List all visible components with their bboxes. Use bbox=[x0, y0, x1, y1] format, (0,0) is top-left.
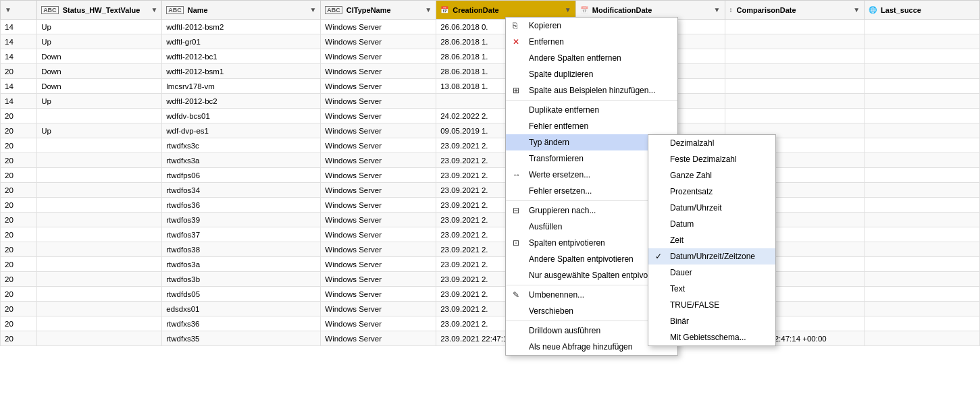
menu-item-remove-errors[interactable]: Fehler entfernen bbox=[506, 118, 677, 134]
filter-icon-creation: ▼ bbox=[565, 6, 571, 13]
menu-item-copy[interactable]: ⎘Kopieren bbox=[506, 18, 677, 34]
cell-last bbox=[865, 109, 980, 123]
type-option-duration[interactable]: Dauer bbox=[648, 265, 775, 281]
col-header-comparison[interactable]: ↕ ComparisonDate ▼ bbox=[725, 1, 865, 20]
type-option-decimal[interactable]: Dezimalzahl bbox=[648, 135, 775, 151]
cell-status bbox=[37, 138, 162, 153]
table-row: 20rtwdfxs3cWindows Server23.09.2021 2. bbox=[1, 138, 980, 153]
cell-status: Up bbox=[37, 20, 162, 34]
cell-citype: Windows Server bbox=[321, 316, 436, 331]
table-row: 20rtwdfxs3aWindows Server23.09.2021 2. bbox=[1, 153, 980, 168]
abc-icon-status: ABC bbox=[41, 6, 59, 14]
filter-icon-comparison: ▼ bbox=[853, 6, 860, 13]
cell-status bbox=[37, 316, 162, 331]
globe-icon-last: 🌐 bbox=[869, 6, 877, 13]
cell-citype: Windows Server bbox=[321, 109, 436, 123]
menu-item-remove-other[interactable]: Andere Spalten entfernen bbox=[506, 50, 677, 66]
main-container: ▼ ABC Status_HW_TextValue ▼ ABC Name ▼ bbox=[0, 0, 980, 417]
menu-item-add-from-examples[interactable]: ⊞Spalte aus Beispielen hinzufügen... bbox=[506, 82, 677, 99]
cell-idx: 20 bbox=[1, 242, 37, 257]
cell-idx: 14 bbox=[1, 20, 37, 34]
col-header-status[interactable]: ABC Status_HW_TextValue ▼ bbox=[37, 1, 162, 20]
cell-last bbox=[865, 242, 980, 257]
menu-item-remove[interactable]: ✕Entfernen bbox=[506, 34, 677, 50]
cell-last bbox=[865, 287, 980, 302]
type-label-date: Datum bbox=[670, 219, 694, 229]
cell-name: wdftl-2012-bc1 bbox=[162, 49, 321, 64]
type-label-datetime: Datum/Uhrzeit bbox=[670, 203, 722, 213]
abc-icon-citype: ABC bbox=[325, 6, 342, 14]
type-option-date[interactable]: Datum bbox=[648, 216, 775, 232]
table-row: 20rtwdfos37Windows Server23.09.2021 2. bbox=[1, 227, 980, 242]
cell-citype: Windows Server bbox=[321, 34, 436, 49]
menu-label-unpivot: Spalten entpivotieren bbox=[529, 238, 605, 248]
context-menu[interactable]: ⎘Kopieren✕EntfernenAndere Spalten entfer… bbox=[505, 17, 678, 356]
cell-status bbox=[37, 109, 162, 123]
cell-status bbox=[37, 227, 162, 242]
type-option-datetime[interactable]: Datum/Uhrzeit bbox=[648, 200, 775, 216]
table-row: 20Upwdf-dvp-es1Windows Server09.05.2019 … bbox=[1, 123, 980, 138]
type-option-binary[interactable]: Binär bbox=[648, 313, 775, 329]
cell-status bbox=[37, 242, 162, 257]
menu-item-duplicate[interactable]: Spalte duplizieren bbox=[506, 66, 677, 82]
table-row: 20edsdxs01Windows Server23.09.2021 2. bbox=[1, 302, 980, 316]
type-option-time[interactable]: Zeit bbox=[648, 232, 775, 248]
cell-status bbox=[37, 331, 162, 346]
type-option-text[interactable]: Text bbox=[648, 281, 775, 297]
cell-idx: 20 bbox=[1, 123, 37, 138]
menu-label-drilldown: Drilldown ausführen bbox=[529, 326, 600, 335]
menu-label-duplicate: Spalte duplizieren bbox=[529, 70, 593, 79]
type-label-duration: Dauer bbox=[670, 268, 692, 277]
cell-citype: Windows Server bbox=[321, 20, 436, 34]
type-option-fixed-decimal[interactable]: Feste Dezimalzahl bbox=[648, 151, 775, 167]
cell-name: rtwdfxs36 bbox=[162, 316, 321, 331]
type-option-datetimezone[interactable]: ✓Datum/Uhrzeit/Zeitzone bbox=[648, 248, 775, 265]
cell-name: rtwdfos3a bbox=[162, 257, 321, 272]
cell-comparison bbox=[725, 34, 865, 49]
type-option-locale[interactable]: Mit Gebietsschema... bbox=[648, 329, 775, 345]
menu-label-remove: Entfernen bbox=[529, 37, 564, 47]
menu-label-replace-values: Werte ersetzen... bbox=[529, 170, 590, 179]
type-label-fixed-decimal: Feste Dezimalzahl bbox=[670, 155, 737, 164]
cell-idx: 20 bbox=[1, 183, 37, 198]
type-label-binary: Binär bbox=[670, 316, 689, 326]
cell-citype: Windows Server bbox=[321, 198, 436, 213]
menu-label-fill: Ausfüllen bbox=[529, 222, 562, 231]
table-row: 20rtwdfos34Windows Server23.09.2021 2. bbox=[1, 183, 980, 198]
cell-idx: 14 bbox=[1, 34, 37, 49]
menu-label-group-by: Gruppieren nach... bbox=[529, 206, 596, 215]
filter-icon-name: ▼ bbox=[309, 6, 316, 13]
menu-item-remove-duplicates[interactable]: Duplikate entfernen bbox=[506, 102, 677, 118]
menu-item-change-type[interactable]: Typ ändern▶DezimalzahlFeste DezimalzahlG… bbox=[506, 134, 677, 150]
cell-name: wdf-dvp-es1 bbox=[162, 123, 321, 138]
cell-idx: 14 bbox=[1, 94, 37, 109]
table-row: 14Upwdftl-gr01Windows Server28.06.2018 1… bbox=[1, 34, 980, 49]
cell-status: Up bbox=[37, 123, 162, 138]
cell-idx: 14 bbox=[1, 79, 37, 94]
separator-after-add-from-examples bbox=[506, 100, 677, 101]
menu-label-new-query: Als neue Abfrage hinzufügen bbox=[529, 342, 632, 352]
cell-status bbox=[37, 257, 162, 272]
type-option-integer[interactable]: Ganze Zahl bbox=[648, 167, 775, 184]
type-submenu[interactable]: DezimalzahlFeste DezimalzahlGanze ZahlPr… bbox=[648, 134, 776, 346]
cell-status: Down bbox=[37, 79, 162, 94]
cell-last bbox=[865, 198, 980, 213]
cell-citype: Windows Server bbox=[321, 123, 436, 138]
cell-name: rtwdfxs35 bbox=[162, 331, 321, 346]
cell-comparison bbox=[725, 49, 865, 64]
col-header-last[interactable]: 🌐 Last_succe bbox=[865, 1, 980, 20]
menu-icon-copy: ⎘ bbox=[513, 21, 525, 30]
table-row: 14Downlmcsrv178-vmWindows Server13.08.20… bbox=[1, 79, 980, 94]
menu-icon-add-from-examples: ⊞ bbox=[513, 86, 525, 95]
col-header-citype[interactable]: ABC CITypeName ▼ bbox=[321, 1, 436, 20]
type-option-percent[interactable]: Prozentsatz bbox=[648, 184, 775, 200]
col-header-idx[interactable]: ▼ bbox=[1, 1, 37, 20]
table-row: 20rtwdfos3aWindows Server23.09.2021 2. bbox=[1, 257, 980, 272]
cell-name: edsdxs01 bbox=[162, 302, 321, 316]
col-header-name[interactable]: ABC Name ▼ bbox=[162, 1, 321, 20]
cell-idx: 20 bbox=[1, 168, 37, 183]
table-row: 14Upwdftl-2012-bsm2Windows Server26.06.2… bbox=[1, 20, 980, 34]
type-label-truefalse: TRUE/FALSE bbox=[670, 300, 719, 310]
type-option-truefalse[interactable]: TRUE/FALSE bbox=[648, 297, 775, 313]
cell-last bbox=[865, 94, 980, 109]
